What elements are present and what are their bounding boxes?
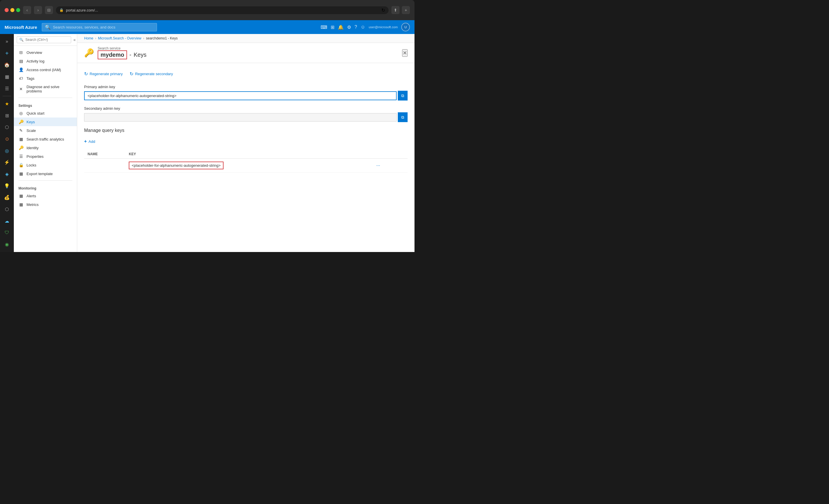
notifications-icon[interactable]: 🔔 xyxy=(338,25,344,30)
monitor-icon[interactable]: ⚡ xyxy=(1,157,13,168)
service-type-label: Search service xyxy=(98,46,146,50)
actions-column-header xyxy=(370,150,407,159)
sidebar-divider-2 xyxy=(19,180,72,181)
sidebar-item-locks[interactable]: 🔒 Locks xyxy=(14,161,77,169)
sidebar-toggle-button[interactable]: ⊟ xyxy=(45,6,53,14)
close-window-button[interactable] xyxy=(5,8,9,12)
devops-icon[interactable]: ⬡ xyxy=(1,204,13,215)
secondary-key-input[interactable] xyxy=(84,113,396,121)
sidebar-search-input[interactable] xyxy=(25,38,69,42)
network-icon[interactable]: ◎ xyxy=(1,145,13,156)
eye-icon[interactable]: ◉ xyxy=(1,239,13,250)
sidebar-item-label: Alerts xyxy=(27,194,36,198)
close-page-button[interactable]: ✕ xyxy=(402,49,407,57)
regen-secondary-icon: ↻ xyxy=(130,71,133,77)
new-tab-button[interactable]: + xyxy=(402,6,410,14)
add-plus-icon: + xyxy=(84,139,87,144)
secondary-key-input-wrap xyxy=(84,113,397,121)
identity-icon: 🔑 xyxy=(19,145,24,150)
sidebar-item-metrics[interactable]: ▦ Metrics xyxy=(14,200,77,209)
sidebar-item-label: Quick start xyxy=(27,111,44,115)
alerts-icon: ▦ xyxy=(19,193,24,198)
directory-icon[interactable]: ⊞ xyxy=(331,25,334,30)
sidebar-item-diagnose[interactable]: ✕ Diagnose and solve problems xyxy=(14,83,77,95)
user-avatar[interactable]: U xyxy=(401,23,410,31)
query-key-name-cell xyxy=(84,159,125,173)
sidebar-item-export-template[interactable]: ▦ Export template xyxy=(14,169,77,178)
feedback-icon[interactable]: ☺ xyxy=(361,25,365,30)
shield-icon[interactable]: 🛡 xyxy=(1,227,13,238)
minimize-window-button[interactable] xyxy=(10,8,14,12)
dashboard-icon[interactable]: ▦ xyxy=(1,71,13,82)
keys-toolbar: ↻ Regenerate primary ↻ Regenerate second… xyxy=(84,70,407,78)
sidebar-item-scale[interactable]: ✎ Scale xyxy=(14,126,77,135)
regenerate-primary-button[interactable]: ↻ Regenerate primary xyxy=(84,70,123,78)
expand-icon-bar-button[interactable]: » xyxy=(1,36,13,47)
access-control-icon: 👤 xyxy=(19,67,24,72)
sidebar-divider-1 xyxy=(19,98,72,98)
diagnose-icon: ✕ xyxy=(19,87,24,91)
sidebar-item-properties[interactable]: ☰ Properties xyxy=(14,152,77,161)
sidebar-item-keys[interactable]: 🔑 Keys xyxy=(14,117,77,126)
azure-logo: Microsoft Azure xyxy=(5,25,37,30)
regen-primary-icon: ↻ xyxy=(84,71,88,77)
advisor-icon[interactable]: 💡 xyxy=(1,181,13,191)
create-resource-button[interactable]: + xyxy=(1,48,13,59)
sidebar-item-label: Search traffic analytics xyxy=(27,137,64,141)
all-resources-icon[interactable]: ⬡ xyxy=(1,122,13,133)
sidebar-item-alerts[interactable]: ▦ Alerts xyxy=(14,191,77,200)
home-icon[interactable]: 🏠 xyxy=(1,60,13,70)
all-services-icon[interactable]: ☰ xyxy=(1,83,13,94)
settings-section-label: Settings xyxy=(14,100,77,109)
security-icon[interactable]: ◈ xyxy=(1,169,13,179)
page-section-label: Keys xyxy=(134,51,146,58)
regenerate-secondary-button[interactable]: ↻ Regenerate secondary xyxy=(130,70,173,78)
add-query-key-button[interactable]: + Add xyxy=(84,138,95,145)
breadcrumb-home[interactable]: Home xyxy=(84,36,93,40)
secondary-key-copy-button[interactable]: ⧉ xyxy=(398,112,407,122)
sidebar-item-label: Activity log xyxy=(27,59,44,63)
key-column-header: KEY xyxy=(125,150,370,159)
query-key-row: <placeholder-for-alphanumeric-autogenera… xyxy=(84,159,407,173)
back-button[interactable]: ‹ xyxy=(23,6,31,14)
maximize-window-button[interactable] xyxy=(16,8,20,12)
share-button[interactable]: ⬆ xyxy=(392,6,399,14)
sql-icon[interactable]: ⊙ xyxy=(1,134,13,144)
primary-key-section: Primary admin key ⧉ xyxy=(84,85,407,101)
address-bar-wrap: 🔒 ↻ xyxy=(56,6,389,14)
sidebar-header: 🔍 « xyxy=(14,34,77,46)
sidebar-item-search-analytics[interactable]: ▦ Search traffic analytics xyxy=(14,135,77,143)
address-bar[interactable] xyxy=(66,8,379,12)
reload-icon[interactable]: ↻ xyxy=(382,7,385,13)
cloud-icon[interactable]: ☁ xyxy=(1,216,13,226)
page-title-wrap: Search service mydemo - Keys xyxy=(98,46,146,59)
query-key-value: <placeholder-for-alphanumeric-autogenera… xyxy=(129,161,223,169)
traffic-lights xyxy=(5,8,20,12)
sidebar-collapse-button[interactable]: « xyxy=(73,37,76,42)
resource-groups-icon[interactable]: ⊞ xyxy=(1,110,13,121)
query-key-more-button[interactable]: ··· xyxy=(374,162,382,169)
regen-secondary-label: Regenerate secondary xyxy=(135,72,173,76)
favorites-icon[interactable]: ★ xyxy=(1,99,13,109)
primary-key-input[interactable] xyxy=(85,92,396,100)
settings-icon[interactable]: ⚙ xyxy=(347,25,351,30)
sidebar-item-tags[interactable]: 🏷 Tags xyxy=(14,74,77,83)
sidebar-item-identity[interactable]: 🔑 Identity xyxy=(14,143,77,152)
sidebar-item-quick-start[interactable]: ◎ Quick start xyxy=(14,109,77,117)
breadcrumb-sep-1: › xyxy=(95,36,96,40)
help-icon[interactable]: ? xyxy=(355,25,357,30)
query-keys-title: Manage query keys xyxy=(84,128,407,133)
global-search-input[interactable] xyxy=(53,25,154,29)
sidebar-item-access-control[interactable]: 👤 Access control (IAM) xyxy=(14,65,77,74)
cost-icon[interactable]: 💰 xyxy=(1,192,13,203)
primary-key-copy-button[interactable]: ⧉ xyxy=(398,91,407,101)
sidebar-item-label: Overview xyxy=(27,50,42,55)
forward-button[interactable]: › xyxy=(34,6,42,14)
sidebar-item-activity-log[interactable]: ▤ Activity log xyxy=(14,57,77,65)
sidebar-item-label: Keys xyxy=(27,120,35,124)
properties-icon: ☰ xyxy=(19,154,24,159)
breadcrumb-search-overview[interactable]: Microsoft.Search - Overview xyxy=(98,36,141,40)
sidebar-item-overview[interactable]: ⊟ Overview xyxy=(14,48,77,57)
analytics-icon: ▦ xyxy=(19,137,24,141)
cloud-shell-icon[interactable]: ⌨ xyxy=(321,25,327,30)
